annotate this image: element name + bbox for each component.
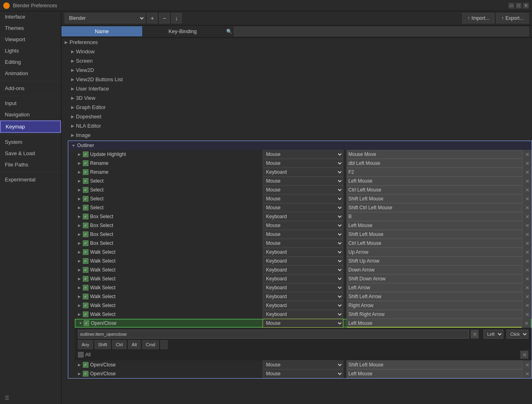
check-select-3[interactable]: ✓ <box>83 196 88 202</box>
section-nla-editor[interactable]: ▶ NLA Editor <box>68 121 532 130</box>
remove-walkselect-3[interactable]: ✕ <box>523 265 532 274</box>
section-view2d-buttons[interactable]: ▶ View2D Buttons List <box>68 75 532 84</box>
type-select-openclose-post-2[interactable]: Mouse <box>263 369 343 378</box>
check-openclose[interactable]: ✓ <box>84 320 89 326</box>
type-select-walkselect-1[interactable]: Keyboard <box>263 248 343 257</box>
row-select-2[interactable]: ▶ ✓ Select Mouse Ctrl Left Mouse ✕ <box>75 185 532 194</box>
type-select-walkselect-8[interactable]: Keyboard <box>263 310 343 319</box>
preferences-header[interactable]: ▶ Preferences <box>61 38 532 47</box>
sidebar-item-navigation[interactable]: Navigation <box>0 109 61 120</box>
remove-preset-button[interactable]: − <box>159 13 170 23</box>
sidebar-item-filepaths[interactable]: File Paths <box>0 159 61 170</box>
row-rename-2[interactable]: ▶ ✓ Rename Keyboard F2 ✕ <box>75 168 532 177</box>
direction-select[interactable]: Left <box>484 330 503 339</box>
type-select-boxselect-3[interactable]: Mouse <box>263 230 343 239</box>
check-walkselect-4[interactable]: ✓ <box>83 276 88 282</box>
alt-button[interactable]: Alt <box>128 340 141 349</box>
remove-walkselect-6[interactable]: ✕ <box>523 292 532 301</box>
type-select-select-3[interactable]: Mouse <box>263 194 343 203</box>
remove-openclose-post-1[interactable]: ✕ <box>523 360 532 369</box>
row-rename-1[interactable]: ▶ ✓ Rename Mouse dbl Left Mouse ✕ <box>75 159 532 168</box>
row-openclose-highlighted[interactable]: ▼ ✓ Open/Close Mouse Left Mouse ✕ <box>75 319 532 328</box>
check-walkselect-2[interactable]: ✓ <box>83 258 88 264</box>
extra-button[interactable] <box>160 340 168 349</box>
action-select[interactable]: Click <box>507 330 528 339</box>
row-walkselect-2[interactable]: ▶ ✓ Walk Select Keyboard Shift Up Arrow … <box>75 257 532 265</box>
search-input[interactable] <box>234 27 529 36</box>
row-openclose-post-2[interactable]: ▶ ✓ Open/Close Mouse Left Mouse ✕ <box>75 369 532 378</box>
type-select-rename-2[interactable]: Keyboard <box>263 168 343 177</box>
check-walkselect-3[interactable]: ✓ <box>83 267 88 273</box>
type-select-walkselect-5[interactable]: Keyboard <box>263 283 343 292</box>
outliner-header[interactable]: ▼ Outliner <box>68 141 532 150</box>
all-clear-button[interactable]: ✕ <box>520 351 528 359</box>
remove-walkselect-8[interactable]: ✕ <box>523 310 532 319</box>
check-boxselect-3[interactable]: ✓ <box>83 231 88 237</box>
remove-walkselect-1[interactable]: ✕ <box>523 248 532 257</box>
row-walkselect-1[interactable]: ▶ ✓ Walk Select Keyboard Up Arrow ✕ <box>75 248 532 257</box>
any-button[interactable]: Any <box>78 340 93 349</box>
maximize-button[interactable]: □ <box>516 3 521 8</box>
sidebar-item-viewport[interactable]: Viewport <box>0 34 61 45</box>
remove-walkselect-4[interactable]: ✕ <box>523 274 532 283</box>
sidebar-item-themes[interactable]: Themes <box>0 23 61 34</box>
shift-button[interactable]: Shift <box>95 340 111 349</box>
remove-walkselect-2[interactable]: ✕ <box>523 257 532 265</box>
remove-select-2[interactable]: ✕ <box>523 185 532 194</box>
sidebar-item-animation[interactable]: Animation <box>0 68 61 79</box>
cmd-button[interactable]: Cmd <box>142 340 159 349</box>
type-select-update-highlight[interactable]: Mouse <box>263 150 343 159</box>
type-select-openclose[interactable]: Mouse <box>263 319 343 328</box>
section-image[interactable]: ▶ Image <box>68 130 532 140</box>
check-select-2[interactable]: ✓ <box>83 187 88 193</box>
remove-select-4[interactable]: ✕ <box>523 203 532 212</box>
check-boxselect-4[interactable]: ✓ <box>83 240 88 246</box>
sidebar-item-system[interactable]: System <box>0 137 61 148</box>
section-dopesheet[interactable]: ▶ Dopesheet <box>68 112 532 121</box>
row-update-highlight[interactable]: ▶ ✓ Update Highlight Mouse Mouse Move ✕ <box>75 150 532 159</box>
check-rename-1[interactable]: ✓ <box>83 160 88 166</box>
sidebar-item-experimental[interactable]: Experimental <box>0 174 61 185</box>
check-walkselect-8[interactable]: ✓ <box>83 311 88 317</box>
add-preset-button[interactable]: + <box>147 13 158 23</box>
remove-walkselect-5[interactable]: ✕ <box>523 283 532 292</box>
remove-openclose[interactable]: ✕ <box>522 319 531 328</box>
check-walkselect-6[interactable]: ✓ <box>83 294 88 299</box>
row-walkselect-3[interactable]: ▶ ✓ Walk Select Keyboard Down Arrow ✕ <box>75 265 532 274</box>
type-select-boxselect-1[interactable]: Keyboard <box>263 212 343 221</box>
check-openclose-post-1[interactable]: ✓ <box>83 362 88 368</box>
sidebar-item-input[interactable]: Input <box>0 98 61 109</box>
sidebar-item-saveload[interactable]: Save & Load <box>0 148 61 159</box>
type-select-select-1[interactable]: Mouse <box>263 177 343 185</box>
row-select-4[interactable]: ▶ ✓ Select Mouse Shift Ctrl Left Mouse ✕ <box>75 203 532 212</box>
close-button[interactable]: ✕ <box>523 3 529 8</box>
type-select-walkselect-2[interactable]: Keyboard <box>263 257 343 265</box>
row-boxselect-4[interactable]: ▶ ✓ Box Select Mouse Ctrl Left Mouse ✕ <box>75 239 532 248</box>
row-openclose-post-1[interactable]: ▶ ✓ Open/Close Mouse Shift Left Mouse ✕ <box>75 360 532 369</box>
check-openclose-post-2[interactable]: ✓ <box>83 371 88 377</box>
remove-boxselect-2[interactable]: ✕ <box>523 221 532 230</box>
check-update-highlight[interactable]: ✓ <box>83 152 88 157</box>
section-window[interactable]: ▶ Window <box>68 47 532 56</box>
section-view2d[interactable]: ▶ View2D <box>68 65 532 75</box>
hamburger-menu[interactable]: ☰ <box>0 392 61 404</box>
ctrl-button[interactable]: Ctrl <box>112 340 126 349</box>
check-walkselect-5[interactable]: ✓ <box>83 285 88 290</box>
download-button[interactable]: ↓ <box>171 13 182 23</box>
preset-select[interactable]: Blender <box>65 13 145 23</box>
row-walkselect-7[interactable]: ▶ ✓ Walk Select Keyboard Right Arrow ✕ <box>75 301 532 310</box>
section-graph-editor[interactable]: ▶ Graph Editor <box>68 103 532 112</box>
remove-select-3[interactable]: ✕ <box>523 194 532 203</box>
remove-walkselect-7[interactable]: ✕ <box>523 301 532 310</box>
type-select-select-2[interactable]: Mouse <box>263 185 343 194</box>
section-3d-view[interactable]: ▶ 3D View <box>68 93 532 103</box>
sidebar-item-editing[interactable]: Editing <box>0 57 61 68</box>
remove-boxselect-3[interactable]: ✕ <box>523 230 532 239</box>
all-checkbox[interactable] <box>78 352 84 358</box>
check-boxselect-2[interactable]: ✓ <box>83 223 88 228</box>
type-select-walkselect-7[interactable]: Keyboard <box>263 301 343 310</box>
type-select-boxselect-2[interactable]: Mouse <box>263 221 343 230</box>
type-select-openclose-post-1[interactable]: Mouse <box>263 360 343 369</box>
type-select-walkselect-6[interactable]: Keyboard <box>263 292 343 301</box>
tab-keybinding[interactable]: Key-Binding <box>142 26 223 36</box>
